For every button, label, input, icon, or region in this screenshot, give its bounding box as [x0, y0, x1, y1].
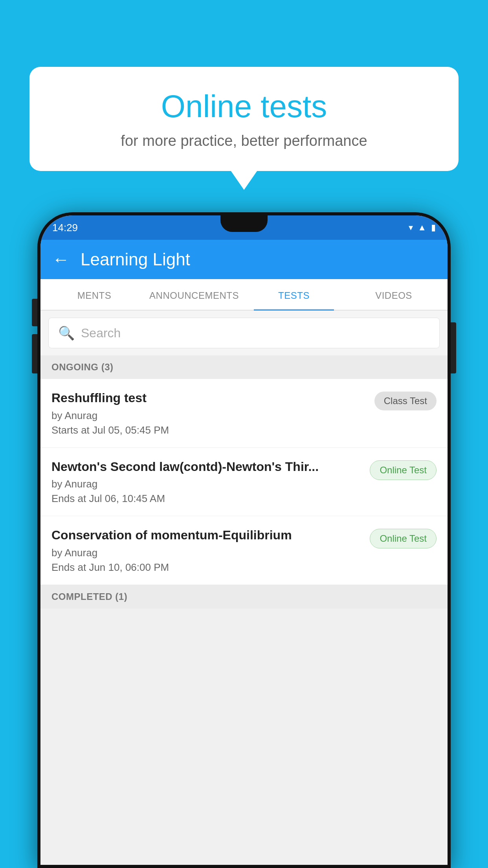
tabs-bar: MENTS ANNOUNCEMENTS TESTS VIDEOS [40, 279, 448, 311]
test-item-3-name: Conservation of momentum-Equilibrium [51, 527, 363, 544]
speech-bubble: Online tests for more practice, better p… [29, 67, 459, 171]
volume-down-button[interactable] [32, 334, 37, 373]
test-item-1[interactable]: Reshuffling test by Anurag Starts at Jul… [40, 379, 448, 448]
tab-announcements[interactable]: ANNOUNCEMENTS [144, 279, 244, 310]
test-item-3-badge: Online Test [370, 529, 437, 548]
tab-ments[interactable]: MENTS [44, 279, 144, 310]
test-item-2-badge: Online Test [370, 460, 437, 480]
test-item-3[interactable]: Conservation of momentum-Equilibrium by … [40, 516, 448, 585]
test-list: Reshuffling test by Anurag Starts at Jul… [40, 379, 448, 585]
completed-title: COMPLETED (1) [51, 591, 127, 602]
wifi-icon: ▾ [409, 223, 413, 233]
test-item-2[interactable]: Newton's Second law(contd)-Newton's Thir… [40, 448, 448, 517]
test-item-1-name: Reshuffling test [51, 390, 368, 406]
speech-bubble-title: Online tests [53, 88, 435, 125]
app-bar-title: Learning Light [81, 250, 190, 269]
search-bar[interactable]: 🔍 Search [48, 318, 440, 348]
test-item-1-date: Starts at Jul 05, 05:45 PM [51, 424, 368, 436]
status-bar: 14:29 ▾ ▲ ▮ [40, 215, 448, 240]
test-item-3-content: Conservation of momentum-Equilibrium by … [51, 527, 370, 574]
volume-up-button[interactable] [32, 299, 37, 326]
status-time: 14:29 [52, 222, 78, 234]
test-item-2-name: Newton's Second law(contd)-Newton's Thir… [51, 459, 363, 475]
back-button[interactable]: ← [52, 250, 70, 269]
notch [220, 215, 268, 232]
phone-frame: 14:29 ▾ ▲ ▮ ← Learning Light MENTS ANNOU… [37, 212, 451, 868]
test-item-1-author: by Anurag [51, 410, 368, 422]
completed-section-header: COMPLETED (1) [40, 585, 448, 609]
test-item-2-date: Ends at Jul 06, 10:45 AM [51, 493, 363, 505]
test-item-2-author: by Anurag [51, 478, 363, 490]
test-item-1-badge: Class Test [374, 392, 437, 410]
battery-icon: ▮ [431, 223, 436, 233]
search-placeholder: Search [81, 326, 121, 340]
phone-inner: 14:29 ▾ ▲ ▮ ← Learning Light MENTS ANNOU… [40, 215, 448, 865]
search-container: 🔍 Search [40, 311, 448, 355]
search-icon: 🔍 [58, 325, 75, 341]
test-item-3-date: Ends at Jun 10, 06:00 PM [51, 561, 363, 574]
signal-icon: ▲ [418, 223, 426, 233]
speech-bubble-subtitle: for more practice, better performance [53, 132, 435, 149]
tab-videos[interactable]: VIDEOS [344, 279, 444, 310]
ongoing-section-header: ONGOING (3) [40, 355, 448, 379]
tab-tests[interactable]: TESTS [244, 279, 344, 310]
power-button[interactable] [451, 322, 456, 373]
app-bar: ← Learning Light [40, 240, 448, 279]
ongoing-title: ONGOING (3) [51, 362, 114, 372]
test-item-3-author: by Anurag [51, 547, 363, 559]
test-item-2-content: Newton's Second law(contd)-Newton's Thir… [51, 459, 370, 505]
test-item-1-content: Reshuffling test by Anurag Starts at Jul… [51, 390, 374, 436]
status-icons: ▾ ▲ ▮ [409, 223, 436, 233]
